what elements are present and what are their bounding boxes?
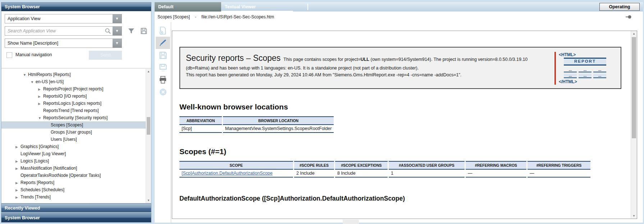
- cancel-icon[interactable]: [155, 86, 171, 98]
- tree-item-label: ReportsSecurity [Security reports]: [43, 115, 108, 120]
- tree-item-label: LogViewer [Log Viewer]: [20, 151, 66, 156]
- expand-arrow-icon[interactable]: ▶: [38, 86, 43, 93]
- table-cell: —: [527, 170, 590, 178]
- collapse-arrow-icon[interactable]: ▼: [23, 71, 28, 79]
- tree-item[interactable]: ▶ReportsIO [I/O reports]: [1, 93, 151, 100]
- logo-red-bar-icon: [554, 52, 556, 85]
- section-heading: Scopes (#=1): [179, 147, 626, 156]
- table-header-cell: BROWSER LOCATION: [223, 116, 334, 125]
- manual-navigation-checkbox[interactable]: [6, 52, 12, 58]
- expand-arrow-icon[interactable]: ▶: [15, 158, 20, 165]
- tree-item[interactable]: ▼en-US [en-US]: [1, 78, 151, 85]
- collapse-arrow-icon[interactable]: ▼: [38, 115, 43, 122]
- html-report-logo: <HTML> REPORT .................. </HTML>: [554, 52, 615, 85]
- breadcrumb-path: file://en-US\Rprt-Sec-Sec-Scopes.htm: [201, 14, 274, 19]
- chevron-down-icon[interactable]: ▼: [113, 39, 122, 48]
- panel-title: System Browser: [1, 2, 151, 11]
- table-cell: 1: [389, 170, 465, 178]
- tab-textual-viewer[interactable]: Textual Viewer: [221, 2, 293, 12]
- scroll-up-icon[interactable]: ▲: [146, 69, 151, 74]
- collapse-arrow-icon[interactable]: ▼: [31, 79, 36, 86]
- search-icon[interactable]: [105, 28, 111, 34]
- report-header-box: Security reports – ScopesThis page conta…: [179, 47, 621, 89]
- chevron-down-icon[interactable]: ▼: [113, 14, 122, 23]
- breadcrumb: Scopes [Scopes] - file://en-US\Rprt-Sec-…: [155, 12, 643, 22]
- tree-item-label: en-US [en-US]: [36, 79, 64, 84]
- tree-item-label: Schedules [Schedules]: [20, 187, 64, 192]
- save-as-icon[interactable]: ...: [155, 61, 171, 73]
- logo-table-icon: ..................: [564, 68, 606, 78]
- tree-item[interactable]: Users [Users]: [1, 136, 151, 143]
- print-icon[interactable]: [155, 73, 171, 86]
- scroll-up-icon[interactable]: ▲: [631, 31, 637, 36]
- tree-item[interactable]: ReportsTrend [Trend reports]: [1, 107, 151, 114]
- new-report-icon[interactable]: [155, 24, 171, 37]
- scroll-down-icon[interactable]: ▼: [631, 213, 637, 219]
- chevron-down-icon[interactable]: ▼: [113, 27, 122, 35]
- operating-mode-button[interactable]: Operating: [599, 3, 640, 11]
- tree-item[interactable]: ▶Graphics [Graphics]: [1, 143, 151, 150]
- svg-text:...: ...: [161, 68, 164, 71]
- recently-viewed-bar[interactable]: Recently Viewed: [1, 203, 151, 212]
- expand-arrow-icon[interactable]: ▶: [38, 100, 43, 107]
- expand-arrow-icon[interactable]: ▶: [15, 165, 20, 172]
- tree-item[interactable]: ▼HtmlReports [Reports]: [1, 71, 151, 78]
- filter-icon[interactable]: [127, 27, 135, 35]
- tree-item[interactable]: ▶MassNotification [Notification]: [1, 165, 151, 172]
- pin-icon[interactable]: [626, 15, 631, 19]
- search-box: ▼: [5, 26, 122, 36]
- tree-item-label: ReportsIO [I/O reports]: [43, 94, 87, 99]
- tab-default[interactable]: Default: [155, 2, 221, 12]
- report-header-text: Security reports – ScopesThis page conta…: [186, 52, 554, 85]
- tree-item[interactable]: OperatorTasksRootNode [Operator Tasks]: [1, 172, 151, 179]
- tree-scrollbar[interactable]: ▲ ▼: [146, 69, 151, 203]
- system-browser-bar[interactable]: System Browser: [1, 213, 151, 223]
- section-heading: DefaultAuthorizationScope ([Scp]Authoriz…: [179, 195, 626, 202]
- expand-arrow-icon[interactable]: ▶: [15, 143, 20, 151]
- table-row: [Scp]Authorization.DefaultAuthorizationS…: [179, 170, 590, 178]
- tree-item-label: Groups [User groups]: [51, 130, 92, 135]
- tree-item[interactable]: Groups [User groups]: [1, 129, 151, 136]
- save-icon[interactable]: [155, 49, 171, 61]
- report-toolbar: ...: [155, 22, 171, 223]
- tree-item-label: Trends [Trends]: [20, 194, 51, 200]
- report-scrollbar-thumb[interactable]: [632, 37, 636, 138]
- logo-cell: ...: [579, 68, 592, 72]
- expand-arrow-icon[interactable]: ▶: [38, 93, 43, 100]
- tree-item[interactable]: ▶Trends [Trends]: [1, 193, 151, 201]
- table-header-cell: #REFERRING MACROS: [466, 161, 526, 170]
- tree-item[interactable]: ▶Schedules [Schedules]: [1, 186, 151, 193]
- edit-icon[interactable]: [156, 37, 170, 49]
- save-icon[interactable]: [140, 27, 148, 35]
- table-header-row: SCOPE#SCOPE RULES#SCOPE EXCEPTIONS#ASSOC…: [179, 161, 590, 170]
- scope-link[interactable]: [Scp]Authorization.DefaultAuthorizationS…: [179, 170, 293, 178]
- report-scrollbar[interactable]: ▲ ▼: [631, 31, 637, 219]
- tree-item[interactable]: ▶Reports [Reports]: [1, 179, 151, 186]
- tree-scrollbar-thumb[interactable]: [147, 117, 150, 134]
- tree-item[interactable]: LogViewer [Log Viewer]: [1, 150, 151, 157]
- scroll-down-icon[interactable]: ▼: [146, 198, 151, 203]
- expand-arrow-icon[interactable]: ▶: [15, 179, 20, 187]
- viewer-content: ... Security reports – ScopesThis page c…: [155, 22, 643, 223]
- report-title: Security reports – Scopes: [186, 53, 280, 63]
- tree-item[interactable]: Scopes [Scopes]: [1, 121, 151, 129]
- table-header-cell: #SCOPE RULES: [294, 161, 334, 170]
- tree-item[interactable]: ▼ReportsSecurity [Security reports]: [1, 114, 151, 121]
- send-button[interactable]: Send: [89, 51, 122, 60]
- tree-item[interactable]: ▶Logics [Logics]: [1, 157, 151, 165]
- view-dropdown[interactable]: Application View ▼: [5, 14, 122, 23]
- section-heading: Well-known browser locations: [179, 103, 626, 111]
- expand-arrow-icon[interactable]: ▶: [15, 187, 20, 194]
- tree-item-label: Scopes [Scopes]: [51, 122, 83, 127]
- table-header-cell: ABBREVIATION: [179, 116, 222, 125]
- window-resize-grip[interactable]: [343, 220, 359, 224]
- logo-cell: ...: [564, 68, 577, 72]
- tree-item[interactable]: ▶ReportsProject [Project reports]: [1, 85, 151, 93]
- table-row: [Scp]ManagementView.SystemSettings.Scope…: [179, 125, 334, 133]
- search-input[interactable]: [5, 27, 100, 35]
- display-mode-dropdown[interactable]: Show Name [Description] ▼: [5, 39, 122, 48]
- logo-report-label: REPORT: [564, 58, 606, 66]
- tree-item[interactable]: ▶ReportsLogics [Logics reports]: [1, 100, 151, 107]
- tab-separator: [307, 4, 308, 10]
- expand-arrow-icon[interactable]: ▶: [15, 194, 20, 201]
